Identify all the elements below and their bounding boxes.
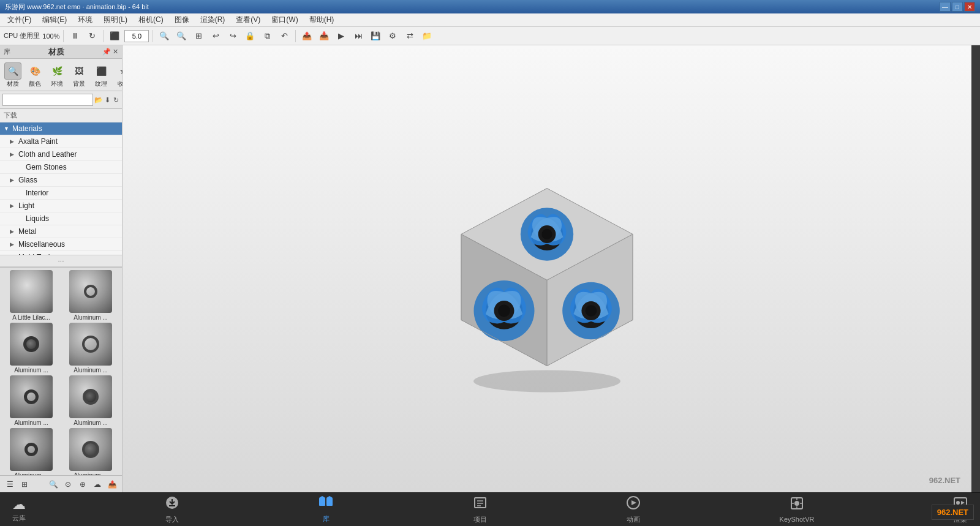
- skip-button[interactable]: ⏭: [351, 29, 366, 43]
- panel-pin-button[interactable]: 📌: [102, 48, 111, 56]
- menu-view[interactable]: 查看(V): [231, 13, 265, 26]
- thumb-item-3[interactable]: Aluminum ...: [2, 323, 60, 374]
- tree-section-header: 下载: [0, 109, 122, 122]
- tree-item-cloth[interactable]: ▶ Cloth and Leather: [0, 148, 122, 161]
- import-button[interactable]: 📥: [317, 29, 331, 43]
- refresh-button[interactable]: ↻: [85, 29, 99, 43]
- nav-animation[interactable]: 动画: [626, 495, 641, 524]
- export-button[interactable]: 📤: [300, 29, 314, 43]
- close-button[interactable]: ✕: [964, 2, 975, 12]
- tree-item-light[interactable]: ▶ Light: [0, 200, 122, 212]
- panel-grid-btn[interactable]: ⊞: [18, 478, 31, 490]
- tab-texture[interactable]: ⬛ 纹理: [91, 61, 111, 89]
- menu-env[interactable]: 环境: [73, 13, 97, 26]
- tree-item-interior[interactable]: Interior: [0, 187, 122, 200]
- watermark: 962.NET: [929, 476, 960, 485]
- import-icon: [165, 495, 179, 514]
- menu-window[interactable]: 窗口(W): [266, 13, 303, 26]
- thumb-item-5[interactable]: Aluminum ...: [2, 375, 60, 426]
- tree-item-metal[interactable]: ▶ Metal: [0, 225, 122, 238]
- thumb-item-2[interactable]: Aluminum ...: [62, 270, 119, 321]
- rotate-left-button[interactable]: ↩: [208, 29, 223, 43]
- toolbar: CPU 使用里 100% ⏸ ↻ ⬛ 🔍 🔍 ⊞ ↩ ↪ 🔒 ⧉ ↶ 📤 📥 ▶…: [0, 27, 980, 45]
- tree-arrow-materials: ▼: [4, 126, 11, 132]
- tab-color[interactable]: 🎨 颜色: [24, 61, 45, 89]
- nav-library[interactable]: 库: [318, 496, 334, 524]
- svg-point-0: [473, 370, 620, 393]
- zoom-in-button[interactable]: 🔍: [157, 29, 172, 43]
- flip-button[interactable]: ⇄: [402, 29, 417, 43]
- minimize-button[interactable]: —: [940, 2, 951, 12]
- svg-point-36: [794, 501, 799, 506]
- tab-env[interactable]: 🌿 环境: [47, 61, 67, 89]
- menu-camera[interactable]: 相机(C): [134, 13, 168, 26]
- play-button[interactable]: ▶: [334, 29, 349, 43]
- tree-item-liquids[interactable]: Liquids: [0, 212, 122, 225]
- undo-button[interactable]: ↶: [277, 29, 292, 43]
- panel-close-btn[interactable]: ✕: [113, 48, 118, 56]
- panel-minus-btn[interactable]: ⊙: [62, 478, 74, 490]
- main-layout: 库 材质 📌 ✕ 🔍 材质 🎨 颜色 🌿 环境 🖼 背景: [0, 45, 980, 492]
- copy-button[interactable]: ⧉: [260, 29, 274, 43]
- viewport[interactable]: 962.NET: [123, 45, 971, 492]
- menu-file[interactable]: 文件(F): [2, 13, 36, 26]
- tree-arrow-axalta: ▶: [10, 138, 17, 145]
- toolbar-separator-4: [295, 30, 296, 42]
- panel-search-btn[interactable]: 🔍: [47, 478, 59, 490]
- svg-marker-34: [631, 500, 636, 505]
- tree-item-axalta[interactable]: ▶ Axalta Paint: [0, 135, 122, 148]
- tree-item-gem[interactable]: Gem Stones: [0, 161, 122, 174]
- tree-arrow-metal: ▶: [10, 228, 17, 235]
- folder-button[interactable]: 📁: [420, 29, 434, 43]
- thumb-label-2: Aluminum ...: [66, 314, 115, 321]
- tab-bg[interactable]: 🖼 背景: [69, 61, 89, 89]
- menu-lighting[interactable]: 照明(L): [99, 13, 132, 26]
- settings-button[interactable]: ⚙: [385, 29, 400, 43]
- rotate-right-button[interactable]: ↪: [225, 29, 240, 43]
- thumb-item-1[interactable]: A Little Lilac...: [2, 270, 60, 321]
- tree-item-glass[interactable]: ▶ Glass: [0, 174, 122, 187]
- search-down-btn[interactable]: ⬇: [104, 94, 111, 106]
- zoom-out-button[interactable]: 🔍: [174, 29, 189, 43]
- cpu-label: CPU 使用里: [4, 31, 40, 40]
- nav-import-label: 导入: [165, 515, 179, 524]
- search-refresh-btn[interactable]: ↻: [113, 94, 120, 106]
- panel-menu-btn[interactable]: ☰: [4, 478, 16, 490]
- render-button[interactable]: ⬛: [107, 29, 122, 43]
- search-folder-btn[interactable]: 📂: [94, 94, 103, 106]
- panel-send-btn[interactable]: 📤: [106, 478, 118, 490]
- menu-edit[interactable]: 编辑(E): [37, 13, 72, 26]
- pause-button[interactable]: ⏸: [67, 29, 82, 43]
- save-button[interactable]: 💾: [368, 29, 383, 43]
- menu-render[interactable]: 渲染(R): [195, 13, 230, 26]
- fps-input[interactable]: [124, 30, 149, 42]
- thumb-img-5: [10, 375, 53, 418]
- maximize-button[interactable]: □: [952, 2, 963, 12]
- tree-arrow-misc: ▶: [10, 241, 17, 247]
- thumb-item-7[interactable]: Aluminum ...: [2, 428, 60, 475]
- svg-point-11: [498, 305, 510, 317]
- tree-item-misc[interactable]: ▶ Miscellaneous: [0, 238, 122, 251]
- nav-project[interactable]: 项目: [473, 495, 488, 524]
- svg-rect-28: [326, 498, 333, 506]
- tree-item-materials[interactable]: ▼ Materials: [0, 122, 122, 135]
- nav-cloud[interactable]: ☁ 云库: [12, 497, 26, 523]
- thumb-label-3: Aluminum ...: [7, 367, 56, 374]
- thumb-item-6[interactable]: Aluminum ...: [62, 375, 119, 426]
- thumb-item-4[interactable]: Aluminum ...: [62, 323, 119, 374]
- search-input[interactable]: [2, 94, 93, 106]
- menu-help[interactable]: 帮助(H): [304, 13, 339, 26]
- lock-button[interactable]: 🔒: [243, 29, 257, 43]
- panel-bottom: ☰ ⊞ 🔍 ⊙ ⊕ ☁ 📤: [0, 475, 122, 492]
- tab-material[interactable]: 🔍 材质: [2, 61, 23, 89]
- panel-plus-btn[interactable]: ⊕: [77, 478, 89, 490]
- fit-button[interactable]: ⊞: [191, 29, 206, 43]
- nav-keyshot[interactable]: KeyShotVR: [780, 496, 815, 523]
- panel-cloud-btn[interactable]: ☁: [91, 478, 104, 490]
- thumb-item-8[interactable]: Aluminum ...: [62, 428, 119, 475]
- title-bar-controls: — □ ✕: [940, 2, 975, 12]
- menu-image[interactable]: 图像: [170, 13, 194, 26]
- nav-import[interactable]: 导入: [165, 495, 179, 524]
- tree-arrow-light: ▶: [10, 203, 17, 209]
- thumbnail-grid: A Little Lilac... Aluminum ... Aluminum …: [2, 270, 119, 475]
